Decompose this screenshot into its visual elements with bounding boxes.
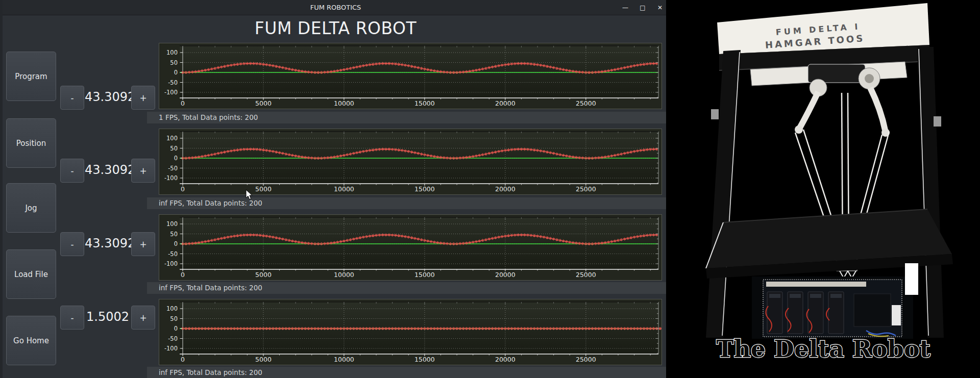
svg-text:-100: -100	[164, 89, 178, 96]
chart-canvas-1: 100500-50-1000500010000150002000025000	[159, 43, 662, 109]
chart-caption-2: inf FPS, Total Data points: 200	[147, 197, 669, 209]
svg-text:100: 100	[166, 220, 178, 228]
decrement-button-4[interactable]: -	[60, 306, 84, 330]
value-display-3: 43.3092	[85, 236, 131, 254]
svg-text:5000: 5000	[255, 99, 272, 107]
increment-button-2[interactable]: +	[131, 159, 155, 183]
svg-text:0: 0	[174, 325, 178, 332]
svg-text:20000: 20000	[495, 356, 516, 363]
svg-text:-50: -50	[168, 165, 178, 172]
chart-caption-3: inf FPS, Total Data points: 200	[147, 282, 669, 294]
decrement-button-1[interactable]: -	[60, 86, 84, 110]
chart-panel-2: 100500-50-1000500010000150002000025000	[159, 129, 662, 195]
svg-text:5000: 5000	[255, 271, 272, 279]
svg-text:20000: 20000	[495, 99, 516, 107]
svg-text:100: 100	[166, 49, 178, 56]
svg-text:0: 0	[174, 69, 178, 76]
jog-button[interactable]: Jog	[6, 183, 56, 233]
app-window: FUM ROBOTICS — □ ✕ FUM DELTA ROBOT Progr…	[0, 0, 666, 378]
svg-text:15000: 15000	[414, 99, 435, 107]
svg-text:20000: 20000	[495, 271, 516, 279]
svg-text:5000: 5000	[255, 185, 272, 193]
increment-button-3[interactable]: +	[131, 232, 155, 256]
titlebar: FUM ROBOTICS — □ ✕	[3, 0, 669, 15]
hinge-left	[711, 109, 719, 119]
plc-box	[854, 294, 891, 326]
svg-text:10000: 10000	[334, 356, 354, 363]
svg-text:25000: 25000	[576, 99, 596, 107]
svg-text:-50: -50	[168, 79, 178, 86]
svg-text:50: 50	[170, 59, 178, 66]
svg-text:-100: -100	[164, 345, 178, 352]
chart-panel-3: 100500-50-1000500010000150002000025000	[159, 214, 662, 281]
increment-button-1[interactable]: +	[131, 86, 155, 110]
minimize-icon[interactable]: —	[622, 4, 629, 11]
svg-text:0: 0	[174, 240, 178, 247]
chart-caption-1: 1 FPS, Total Data points: 200	[147, 112, 669, 123]
svg-text:50: 50	[170, 231, 178, 238]
svg-text:0: 0	[181, 356, 185, 363]
svg-text:10000: 10000	[334, 99, 354, 107]
svg-text:-100: -100	[164, 260, 178, 267]
svg-text:15000: 15000	[414, 271, 435, 279]
photo-caption: The Delta Robot	[716, 335, 930, 363]
svg-text:25000: 25000	[576, 356, 596, 363]
chart-canvas-3: 100500-50-1000500010000150002000025000	[159, 215, 662, 280]
svg-text:25000: 25000	[576, 185, 596, 193]
svg-text:0: 0	[174, 155, 178, 162]
mouse-cursor	[246, 189, 254, 200]
photo-cutout-highlight	[905, 263, 918, 295]
page-title: FUM DELTA ROBOT	[3, 18, 669, 38]
decrement-button-2[interactable]: -	[60, 159, 84, 183]
window-controls: — □ ✕	[622, 0, 664, 15]
svg-text:0: 0	[181, 271, 185, 279]
chart-canvas-4: 100500-50-1000500010000150002000025000	[159, 299, 662, 365]
chart-panel-4: 100500-50-1000500010000150002000025000	[159, 299, 662, 365]
chart-panel-1: 100500-50-1000500010000150002000025000	[159, 43, 662, 109]
svg-text:20000: 20000	[495, 185, 516, 193]
svg-text:-100: -100	[164, 174, 178, 182]
svg-text:15000: 15000	[414, 356, 435, 363]
hinge-right	[934, 116, 941, 127]
maximize-icon[interactable]: □	[639, 4, 646, 11]
program-button[interactable]: Program	[6, 52, 56, 101]
load-file-button[interactable]: Load File	[6, 249, 56, 299]
svg-text:5000: 5000	[255, 356, 272, 363]
go-home-button[interactable]: Go Home	[6, 316, 56, 365]
svg-text:0: 0	[181, 185, 185, 193]
svg-text:10000: 10000	[334, 271, 354, 279]
svg-text:10000: 10000	[334, 185, 354, 193]
terminal-strip	[766, 282, 866, 287]
svg-text:15000: 15000	[414, 185, 435, 193]
value-display-1: 43.3092	[85, 90, 131, 107]
svg-text:50: 50	[170, 315, 178, 322]
chart-canvas-2: 100500-50-1000500010000150002000025000	[159, 129, 662, 194]
svg-text:0: 0	[181, 99, 185, 107]
svg-text:25000: 25000	[576, 271, 596, 279]
delta-robot-photo: FUM DELTA I HAMGAR TOOS	[666, 0, 980, 378]
value-display-4: 1.5002	[85, 310, 131, 327]
svg-text:100: 100	[166, 135, 178, 142]
contactor	[892, 305, 901, 325]
value-display-2: 43.3092	[85, 163, 131, 180]
increment-button-4[interactable]: +	[131, 306, 155, 330]
svg-text:-50: -50	[168, 250, 178, 258]
svg-text:100: 100	[166, 305, 178, 312]
close-icon[interactable]: ✕	[656, 4, 664, 11]
svg-text:50: 50	[170, 145, 178, 152]
position-button[interactable]: Position	[6, 118, 56, 168]
svg-text:-50: -50	[168, 335, 178, 342]
window-title: FUM ROBOTICS	[3, 4, 669, 11]
decrement-button-3[interactable]: -	[60, 232, 84, 256]
chart-caption-4: inf FPS, Total Data points: 200	[147, 367, 669, 378]
